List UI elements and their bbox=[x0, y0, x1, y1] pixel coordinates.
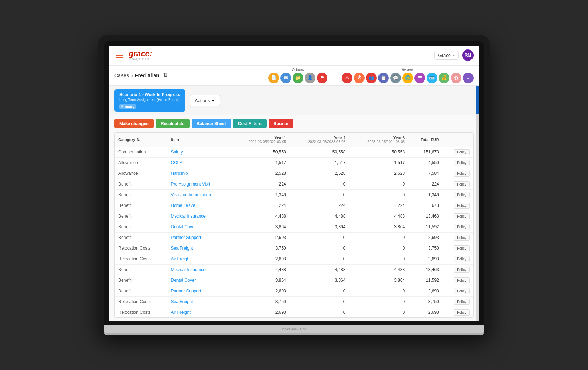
cell-item[interactable]: Medical Insurance bbox=[167, 264, 231, 275]
policy-button[interactable]: Policy bbox=[454, 160, 470, 166]
policy-button[interactable]: Policy bbox=[454, 299, 470, 305]
table-row: Benefit Pre Assignment Visit 224 0 0 224… bbox=[115, 179, 473, 189]
cell-action: Policy bbox=[443, 189, 473, 200]
toolbar-flower-icon[interactable]: ✿ bbox=[451, 73, 461, 83]
toolbar-group-review: Review ⚠ ⏱ 👥 📋 💬 🌐 ☰ 🪪 💰 ✿ bbox=[342, 68, 474, 83]
cell-item[interactable]: Sea Freight bbox=[167, 296, 231, 307]
col-header-year2: Year 2 2022-03-05/2023-03-05 bbox=[290, 133, 349, 147]
policy-button[interactable]: Policy bbox=[454, 309, 470, 316]
cell-item[interactable]: Salary bbox=[167, 147, 231, 157]
toolbar-folder-icon[interactable]: 📁 bbox=[293, 73, 303, 83]
cell-total: 3,750 bbox=[408, 243, 443, 254]
cell-year1: 224 bbox=[230, 179, 290, 189]
app-header: grace: Always more. Grace ▾ RM bbox=[109, 46, 479, 66]
hamburger-menu-icon[interactable] bbox=[114, 51, 124, 59]
toolbar-document-icon[interactable]: 📋 bbox=[378, 73, 389, 83]
cell-action: Policy bbox=[443, 168, 473, 179]
cell-action: Policy bbox=[443, 200, 473, 211]
avatar: RM bbox=[462, 49, 474, 61]
cell-year3: 2,528 bbox=[349, 168, 408, 179]
cell-category: Benefit bbox=[115, 232, 167, 243]
toolbar-clock-icon[interactable]: ⏱ bbox=[354, 73, 365, 83]
policy-button[interactable]: Policy bbox=[454, 267, 470, 273]
toolbar-flag-icon[interactable]: ⚑ bbox=[317, 73, 327, 83]
policy-button[interactable]: Policy bbox=[454, 192, 470, 198]
toolbar-file-icon[interactable]: 📄 bbox=[268, 73, 279, 83]
cell-item[interactable]: Medical Insurance bbox=[167, 211, 231, 222]
cell-item[interactable]: Pre Assignment Visit bbox=[167, 179, 231, 189]
cell-item[interactable]: Partner Support bbox=[167, 232, 231, 243]
source-button[interactable]: Source bbox=[269, 119, 293, 128]
toolbar-coin-icon[interactable]: 💰 bbox=[439, 73, 449, 83]
balance-sheet-button[interactable]: Balance Sheet bbox=[192, 119, 231, 128]
cell-item[interactable]: Visa and Immigration bbox=[167, 189, 231, 200]
cell-item[interactable]: Home Leave bbox=[167, 200, 231, 211]
page-scrollbar[interactable] bbox=[476, 86, 479, 321]
breadcrumb-parent[interactable]: Cases bbox=[114, 73, 129, 78]
toolbar-alert-icon[interactable]: ⚠ bbox=[342, 73, 352, 83]
table-row: Benefit Medical Insurance 4,488 4,488 4,… bbox=[115, 211, 473, 222]
cell-year1: 4,488 bbox=[230, 264, 290, 275]
cell-action: Policy bbox=[443, 222, 473, 232]
cell-year3: 0 bbox=[349, 286, 408, 296]
cell-item[interactable]: Partner Support bbox=[167, 286, 231, 296]
toolbar-card-icon[interactable]: 🪪 bbox=[427, 73, 437, 83]
policy-button[interactable]: Policy bbox=[454, 288, 470, 294]
make-changes-button[interactable]: Make changes bbox=[114, 119, 154, 128]
policy-button[interactable]: Policy bbox=[454, 256, 470, 262]
recalculate-button[interactable]: Recalculate bbox=[156, 119, 190, 128]
cell-item[interactable]: Sea Freight bbox=[167, 243, 231, 254]
policy-button[interactable]: Policy bbox=[454, 181, 470, 187]
scenario-title: Scenario 1 - Work In Progress bbox=[119, 92, 180, 97]
toolbar-list-icon[interactable]: ☰ bbox=[414, 73, 425, 83]
sort-icon[interactable]: ⇅ bbox=[163, 72, 167, 79]
table-row: Benefit Home Leave 224 224 224 673 Polic… bbox=[115, 200, 473, 211]
cell-category: Relocation Costs bbox=[115, 296, 167, 307]
policy-button[interactable]: Policy bbox=[454, 245, 470, 251]
actions-dropdown-button[interactable]: Actions ▾ bbox=[190, 95, 220, 106]
scenario-bar: Scenario 1 - Work In Progress Long Term … bbox=[109, 86, 479, 115]
cell-year2: 224 bbox=[290, 200, 349, 211]
toolbar-person-icon[interactable]: 👤 bbox=[305, 73, 315, 83]
cell-category: Benefit bbox=[115, 179, 167, 189]
policy-button[interactable]: Policy bbox=[454, 149, 470, 155]
cell-item[interactable]: Air Freight bbox=[167, 254, 231, 264]
content-area: Make changes Recalculate Balance Sheet C… bbox=[109, 115, 479, 321]
toolbar-chat-icon[interactable]: 💬 bbox=[390, 73, 401, 83]
toolbar-globe-icon[interactable]: 🌐 bbox=[402, 73, 413, 83]
cell-item[interactable]: Hardship bbox=[167, 168, 231, 179]
toolbar-lines-icon[interactable]: ≡ bbox=[463, 73, 474, 83]
cell-action: Policy bbox=[443, 147, 473, 157]
dropdown-chevron-icon: ▾ bbox=[453, 53, 455, 57]
cell-year2: 4,488 bbox=[290, 211, 349, 222]
cell-category: Relocation Costs bbox=[115, 243, 167, 254]
scenario-subtitle: Long Term Assignment (Home Based) bbox=[119, 98, 180, 102]
laptop-base: MacBook Pro bbox=[104, 325, 484, 333]
sort-category-icon[interactable]: ⇅ bbox=[136, 137, 140, 142]
table-row: Allowance COLA 1,517 1,517 1,517 4,550 P… bbox=[115, 157, 473, 168]
cell-item[interactable]: Air Freight bbox=[167, 307, 231, 318]
policy-button[interactable]: Policy bbox=[454, 277, 470, 283]
user-dropdown[interactable]: Grace ▾ bbox=[434, 51, 459, 60]
policy-button[interactable]: Policy bbox=[454, 213, 470, 219]
cell-item[interactable]: COLA bbox=[167, 157, 231, 168]
cell-year1: 3,750 bbox=[230, 296, 290, 307]
cost-filters-button[interactable]: Cost Filters bbox=[233, 119, 267, 128]
cell-category: Benefit bbox=[115, 222, 167, 232]
cell-year3: 3,864 bbox=[349, 275, 408, 286]
cell-item[interactable]: Dental Cover bbox=[167, 222, 231, 232]
cell-category: Benefit bbox=[115, 211, 167, 222]
policy-button[interactable]: Policy bbox=[454, 224, 470, 230]
toolbar-actions-label: Actions bbox=[292, 68, 304, 72]
policy-button[interactable]: Policy bbox=[454, 235, 470, 241]
cell-year3: 0 bbox=[349, 254, 408, 264]
cell-year1: 3,750 bbox=[230, 243, 290, 254]
policy-button[interactable]: Policy bbox=[454, 171, 470, 177]
cell-item[interactable]: Dental Cover bbox=[167, 275, 231, 286]
col-header-year3: Year 3 2023-03-05/2024-03-05 bbox=[349, 133, 408, 147]
toolbar-people-icon[interactable]: 👥 bbox=[366, 73, 377, 83]
cell-year2: 0 bbox=[290, 179, 349, 189]
toolbar-email-icon[interactable]: ✉ bbox=[280, 73, 291, 83]
policy-button[interactable]: Policy bbox=[454, 203, 470, 209]
cell-year2: 0 bbox=[290, 189, 349, 200]
